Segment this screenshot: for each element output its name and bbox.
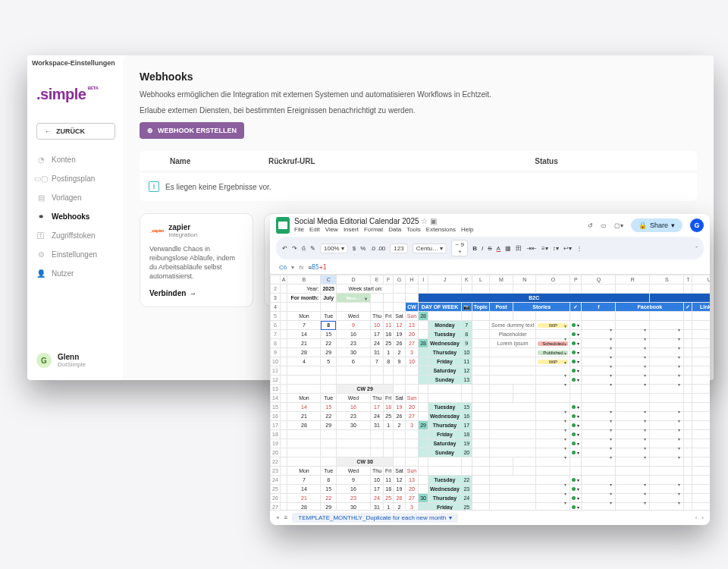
page-lead-2: Erlaube externen Diensten, bei bestimmte…: [140, 106, 595, 115]
webhook-icon: ⚭: [36, 212, 46, 221]
add-sheet-button[interactable]: +: [276, 514, 280, 521]
formula-bar[interactable]: =B5+1: [308, 264, 326, 271]
plus-circle-icon: ⊕: [147, 127, 153, 134]
name-box-row: C6 ▾ fx =B5+1: [270, 262, 710, 275]
folder-icon[interactable]: ▣: [430, 217, 437, 225]
fx-icon: fx: [299, 264, 303, 271]
paint-icon[interactable]: ✎: [310, 245, 315, 252]
zapier-title: zapier: [168, 223, 197, 231]
sidebar-item-nutzer[interactable]: 👤Nutzer: [36, 267, 115, 279]
zapier-connect-button[interactable]: Verbinden→: [149, 289, 243, 297]
chevron-down-icon[interactable]: ▾: [291, 264, 294, 271]
valign-icon[interactable]: ↕▾: [553, 245, 559, 252]
menu-tools[interactable]: Tools: [406, 227, 421, 234]
sheets-window: Social Media Editorial Calendar 2025 ☆ ▣…: [270, 214, 710, 525]
strike-icon[interactable]: S: [488, 245, 491, 252]
number-format[interactable]: 123: [390, 244, 407, 253]
italic-icon[interactable]: I: [482, 245, 483, 252]
zapier-card: _zapier zapier Integration Verwandle Cha…: [140, 213, 253, 307]
menu-view[interactable]: View: [325, 227, 338, 234]
sheets-titlebar: Social Media Editorial Calendar 2025 ☆ ▣…: [270, 214, 710, 237]
sidebar-item-vorlagen[interactable]: ▤Vorlagen: [36, 191, 115, 203]
sidebar-item-postingsplan[interactable]: ▭▢Postingsplan: [36, 172, 115, 184]
col-name: Name: [170, 157, 268, 165]
page-lead-1: Webhooks ermöglichen die Integration mit…: [140, 90, 595, 99]
sidebar: .simpleBETA ←ZURÜCK ◔Konten▭▢Postingspla…: [27, 55, 123, 380]
key-icon: ⚿: [36, 231, 46, 240]
sheets-doc-title[interactable]: Social Media Editorial Calendar 2025: [294, 217, 419, 225]
zapier-logo-icon: _zapier: [149, 228, 164, 233]
percent-icon[interactable]: %: [360, 245, 366, 252]
person-icon: 👤: [36, 269, 46, 278]
grid[interactable]: ABCDEFGHIJKLMNOPQRSTUV2Year:2025Week sta…: [270, 275, 710, 510]
webhooks-table: Name Rückruf-URL Status Es liegen keine …: [140, 151, 697, 201]
chevron-down-icon: ▾: [449, 514, 452, 521]
sidebar-item-webhooks[interactable]: ⚭Webhooks: [36, 210, 115, 222]
merge-icon[interactable]: ⇥⇤: [526, 245, 537, 252]
back-label: ZURÜCK: [56, 127, 85, 135]
zoom-select[interactable]: 100% ▾: [320, 244, 348, 253]
avatar: G: [36, 353, 52, 368]
sidebar-item-konten[interactable]: ◔Konten: [36, 153, 115, 165]
bold-icon[interactable]: B: [472, 245, 477, 252]
workspace-label: Workspace-Einstellungen: [32, 59, 115, 67]
scroll-right-icon[interactable]: ›: [701, 514, 704, 521]
currency-icon[interactable]: $: [353, 245, 356, 252]
comments-icon[interactable]: ▭: [601, 222, 607, 229]
menu-data[interactable]: Data: [388, 227, 401, 234]
sidebar-item-einstellungen[interactable]: ⚙Einstellungen: [36, 248, 115, 260]
more-icon[interactable]: ⋮: [576, 245, 582, 252]
star-icon[interactable]: ☆: [421, 217, 428, 225]
font-select[interactable]: Centu… ▾: [413, 244, 447, 253]
table-empty-row: Es liegen keine Ergebnisse vor.: [140, 172, 697, 201]
history-icon[interactable]: ↺: [588, 222, 593, 229]
layout-icon: ▤: [36, 193, 46, 202]
collapse-icon[interactable]: ˆ: [695, 245, 698, 252]
menu-help[interactable]: Help: [461, 227, 473, 234]
users-icon: ◔: [36, 155, 46, 164]
col-url: Rückruf-URL: [268, 157, 405, 165]
name-box[interactable]: C6: [279, 264, 287, 271]
calendar-icon: ▭▢: [36, 174, 46, 183]
undo-icon[interactable]: ↶: [282, 245, 287, 252]
align-icon[interactable]: ≡▾: [541, 245, 548, 252]
user-org: DotSimple: [58, 361, 86, 368]
back-button[interactable]: ←ZURÜCK: [36, 123, 115, 140]
account-avatar[interactable]: G: [690, 218, 704, 232]
share-button[interactable]: 🔒Share▾: [631, 218, 682, 232]
menu-file[interactable]: File: [294, 227, 304, 234]
user-block[interactable]: G Glenn DotSimple: [36, 353, 115, 373]
arrow-right-icon: →: [189, 289, 196, 297]
redo-icon[interactable]: ↷: [292, 245, 297, 252]
sheets-logo-icon: [276, 217, 290, 234]
borders-icon[interactable]: 田: [516, 244, 522, 253]
fill-color-icon[interactable]: ▦: [505, 245, 511, 252]
sheet-tab[interactable]: TEMPLATE_MONTHLY_Duplicate for each new …: [292, 513, 458, 523]
create-webhook-button[interactable]: ⊕WEBHOOK ERSTELLEN: [140, 122, 244, 139]
menu-edit[interactable]: Edit: [309, 227, 320, 234]
scroll-left-icon[interactable]: ‹: [695, 514, 698, 521]
zapier-sub: Integration: [168, 231, 197, 238]
menu-extensions[interactable]: Extensions: [426, 227, 456, 234]
sheet-tab-bar: + ≡ TEMPLATE_MONTHLY_Duplicate for each …: [270, 510, 710, 525]
page-title: Webhooks: [140, 71, 697, 83]
menu-insert[interactable]: Insert: [344, 227, 359, 234]
print-icon[interactable]: ⎙: [302, 245, 306, 252]
text-color-icon[interactable]: A: [497, 245, 500, 252]
wrap-icon[interactable]: ↩▾: [563, 245, 572, 252]
meet-icon[interactable]: ▢▾: [614, 222, 623, 229]
gear-icon: ⚙: [36, 250, 46, 259]
col-status: Status: [405, 157, 688, 165]
sidebar-item-zugriffstoken[interactable]: ⚿Zugriffstoken: [36, 229, 115, 241]
arrow-left-icon: ←: [45, 127, 52, 135]
menu-format[interactable]: Format: [364, 227, 383, 234]
all-sheets-button[interactable]: ≡: [284, 514, 288, 521]
logo: .simpleBETA: [36, 86, 115, 103]
font-size[interactable]: − 9 +: [451, 240, 468, 256]
zapier-desc: Verwandle Chaos in reibungslose Abläufe,…: [149, 244, 243, 281]
decimals-icon[interactable]: .0 .00: [370, 245, 385, 252]
user-name: Glenn: [58, 353, 86, 361]
sheets-toolbar: ↶ ↷ ⎙ ✎ 100% ▾ $ % .0 .00 123 Centu… ▾ −…: [276, 237, 704, 259]
lock-icon: 🔒: [639, 222, 647, 229]
alert-icon: [149, 181, 159, 192]
